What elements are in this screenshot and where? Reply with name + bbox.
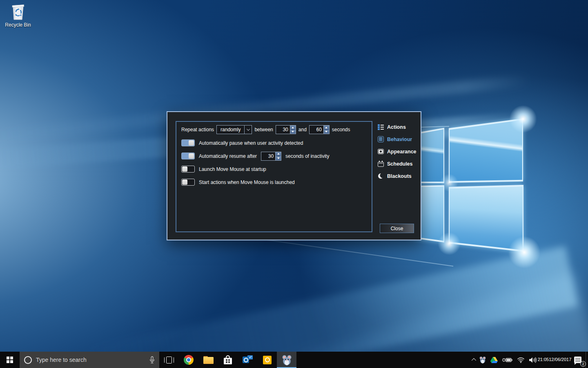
microsoft-store-icon (224, 355, 232, 365)
action-center-button[interactable]: 2 (570, 352, 586, 368)
max-seconds-spinner[interactable]: 60 (309, 125, 330, 134)
recycle-bin[interactable]: Recycle Bin (2, 3, 33, 28)
inactivity-seconds-value[interactable]: 30 (261, 152, 275, 160)
blackouts-icon (378, 173, 383, 179)
inactivity-seconds-spinner[interactable]: 30 (261, 152, 281, 161)
nav-label: Schedules (387, 161, 413, 167)
tray-volume-icon[interactable] (527, 352, 539, 368)
spin-up-button[interactable] (290, 126, 296, 130)
windows-logo-pane-top-right (449, 118, 523, 183)
dropdown-button[interactable] (244, 126, 252, 134)
nav-label: Behaviour (387, 137, 412, 142)
and-label: and (298, 127, 307, 132)
start-actions-row: Start actions when Move Mouse is launche… (181, 178, 295, 186)
schedules-icon (378, 162, 384, 167)
notification-badge: 2 (580, 361, 586, 367)
taskbar-chrome-button[interactable] (179, 352, 198, 368)
nav-item-blackouts[interactable]: Blackouts (377, 173, 416, 180)
tray-overflow-button[interactable] (470, 352, 477, 368)
toggle-knob (182, 166, 187, 172)
nav-item-appearance[interactable]: Appearance (377, 148, 416, 155)
cortana-icon (24, 356, 32, 364)
nav-label: Appearance (387, 149, 416, 155)
taskbar-file-explorer-button[interactable] (198, 352, 218, 368)
taskbar-move-mouse-button[interactable] (277, 352, 296, 368)
recycle-bin-label: Recycle Bin (2, 22, 33, 28)
tray-battery-icon[interactable] (500, 352, 515, 368)
clock-time: 21:05 (538, 357, 549, 363)
launch-at-startup-row: Launch Move Mouse at startup (181, 165, 266, 173)
taskbar-search-box[interactable]: Type here to search (20, 352, 159, 368)
taskbar-store-button[interactable] (218, 352, 238, 368)
seconds-label: seconds (332, 127, 350, 132)
start-button[interactable] (0, 352, 20, 368)
spin-up-button[interactable] (276, 152, 281, 157)
min-seconds-spinner[interactable]: 30 (276, 125, 296, 134)
tray-wifi-icon[interactable] (515, 352, 527, 368)
inactivity-suffix-label: seconds of inactivity (285, 153, 329, 159)
nav-item-schedules[interactable]: Schedules (377, 160, 416, 167)
taskbar-google-keep-button[interactable] (257, 352, 277, 368)
spin-down-button[interactable] (290, 130, 296, 134)
spin-up-button[interactable] (324, 126, 329, 130)
auto-pause-row: Automatically pause when user activity d… (181, 139, 303, 147)
repeat-mode-value: randomly (217, 126, 244, 134)
arrow-up-icon (277, 153, 280, 155)
taskbar-clock[interactable]: 21:05 12/06/2017 (539, 352, 570, 368)
google-keep-icon (263, 356, 272, 364)
max-seconds-value[interactable]: 60 (310, 126, 323, 134)
show-desktop-button[interactable] (586, 352, 588, 368)
nav-item-actions[interactable]: Actions (377, 123, 416, 130)
repeat-actions-row: Repeat actions randomly between 30 and 6… (181, 125, 350, 135)
arrow-up-icon (325, 127, 327, 128)
auto-resume-label: Automatically resume after (199, 153, 257, 159)
windows-logo-pane-bottom-right (449, 185, 523, 253)
nav-label: Blackouts (387, 173, 412, 179)
google-drive-icon (490, 357, 498, 363)
behaviour-icon (378, 136, 384, 142)
close-button[interactable]: Close (380, 224, 414, 233)
nav-label: Actions (387, 124, 406, 130)
chrome-icon (184, 355, 194, 365)
launch-at-startup-toggle[interactable] (181, 166, 195, 173)
task-view-icon (164, 357, 174, 364)
desktop: Recycle Bin Repeat actions randomly betw… (0, 0, 588, 368)
toggle-knob (189, 140, 194, 146)
chevron-up-icon (472, 358, 476, 363)
taskbar-task-view-button[interactable] (159, 352, 179, 368)
outlook-icon (243, 355, 253, 365)
arrow-down-icon (292, 131, 294, 132)
min-seconds-value[interactable]: 30 (276, 126, 290, 134)
taskbar: Type here to search (0, 352, 588, 368)
arrow-down-icon (277, 157, 280, 159)
toggle-knob (189, 153, 194, 159)
search-placeholder: Type here to search (36, 357, 145, 363)
tray-move-mouse-icon[interactable] (477, 352, 488, 368)
windows-logo-icon (7, 357, 13, 363)
spin-down-button[interactable] (324, 130, 329, 134)
taskbar-outlook-button[interactable] (238, 352, 257, 368)
nav-item-behaviour[interactable]: Behaviour (377, 136, 416, 143)
repeat-mode-dropdown[interactable]: randomly (216, 125, 252, 134)
auto-pause-label: Automatically pause when user activity d… (199, 140, 303, 146)
start-actions-toggle[interactable] (181, 179, 195, 186)
arrow-down-icon (325, 131, 327, 132)
spin-down-button[interactable] (276, 156, 281, 160)
speaker-icon (529, 357, 537, 363)
microphone-icon[interactable] (149, 356, 155, 364)
auto-pause-toggle[interactable] (181, 139, 195, 146)
auto-resume-row: Automatically resume after 30 seconds of… (181, 151, 329, 161)
tray-google-drive-icon[interactable] (488, 352, 500, 368)
move-mouse-icon (479, 356, 486, 364)
wifi-icon (517, 357, 525, 363)
system-tray: 21:05 12/06/2017 2 (470, 352, 588, 368)
between-label: between (254, 127, 273, 132)
behaviour-settings-panel: Repeat actions randomly between 30 and 6… (176, 121, 372, 232)
auto-resume-toggle[interactable] (181, 153, 195, 159)
toggle-knob (182, 180, 187, 185)
move-mouse-settings-window: Repeat actions randomly between 30 and 6… (167, 111, 421, 240)
actions-icon (378, 124, 384, 130)
recycle-bin-icon (10, 3, 26, 21)
repeat-actions-label: Repeat actions (181, 127, 214, 132)
move-mouse-icon (281, 355, 292, 366)
